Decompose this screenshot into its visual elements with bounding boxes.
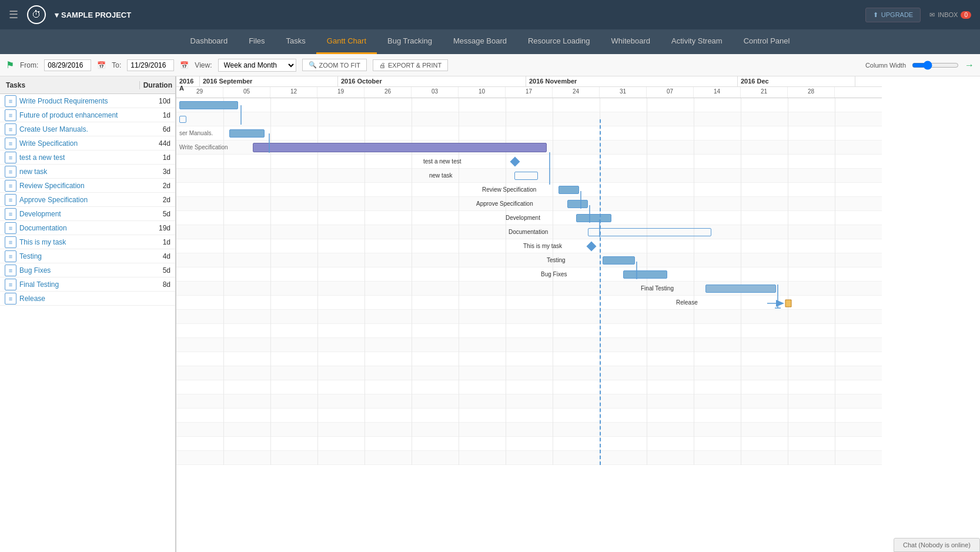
nav-dashboard[interactable]: Dashboard: [180, 29, 239, 54]
nav-gantt-chart[interactable]: Gantt Chart: [316, 29, 377, 54]
gantt-row-10: This is my task: [176, 239, 882, 253]
vline-14: [835, 98, 835, 465]
month-november: 2016 November: [526, 76, 738, 86]
task-row-4[interactable]: ≡ test a new test 1d: [0, 150, 175, 165]
bar-future-product[interactable]: [179, 116, 186, 123]
bar-final-testing[interactable]: [705, 285, 776, 293]
project-name[interactable]: ▾ SAMPLE PROJECT: [55, 11, 131, 19]
week-17: 17: [506, 87, 553, 98]
vline-6: [459, 98, 459, 465]
task-row-9[interactable]: ≡ Documentation 19d: [0, 221, 175, 235]
task-icon-8: ≡: [5, 208, 16, 220]
task-name-1: Future of product enhancement: [16, 111, 143, 119]
week-26: 26: [364, 87, 412, 98]
timeline-header: 2016 A 2016 September 2016 October 2016 …: [176, 76, 882, 98]
week-24: 24: [553, 87, 600, 98]
gantt-row-13: Final Testing: [176, 282, 882, 296]
task-row-14[interactable]: ≡ Release: [0, 292, 175, 306]
zoom-to-fit-button[interactable]: 🔍 ZOOM TO FIT: [302, 59, 367, 71]
bar-write-product-req[interactable]: [179, 101, 238, 109]
gantt-row-2: ser Manuals.: [176, 126, 882, 140]
nav-resource-loading[interactable]: Resource Loading: [517, 29, 601, 54]
hamburger-menu[interactable]: ☰: [9, 8, 18, 21]
month-december: 2016 Dec: [738, 76, 855, 86]
nav-tasks[interactable]: Tasks: [276, 29, 316, 54]
bar-testing[interactable]: [603, 256, 635, 265]
from-label: From:: [20, 61, 38, 69]
svg-marker-10: [785, 300, 791, 307]
task-row-7[interactable]: ≡ Approve Specification 2d: [0, 193, 175, 207]
task-panel: Tasks Duration ≡ Write Product Requireme…: [0, 76, 176, 552]
gantt-row-4: test a new test: [176, 155, 882, 169]
task-duration-3: 44d: [143, 139, 175, 148]
gantt-row-1: [176, 112, 882, 126]
gantt-toolbar: ⚑ From: 📅 To: 📅 View: Week and Month Day…: [0, 54, 980, 76]
arrow-right-icon: →: [965, 60, 974, 71]
gantt-chart-area[interactable]: 2016 A 2016 September 2016 October 2016 …: [176, 76, 980, 552]
task-name-8: Development: [16, 210, 143, 218]
view-select[interactable]: Week and Month Day and Week Month and Qu…: [218, 59, 296, 72]
task-row-0[interactable]: ≡ Write Product Requirements 10d: [0, 94, 175, 108]
task-name-3: Write Specification: [16, 139, 143, 148]
months-row: 2016 A 2016 September 2016 October 2016 …: [176, 76, 882, 87]
gantt-row-14: Release: [176, 296, 882, 310]
col-width-slider[interactable]: [912, 61, 959, 70]
inbox-button[interactable]: ✉ INBOX 0: [929, 11, 971, 19]
from-date-input[interactable]: [44, 59, 91, 71]
nav-control-panel[interactable]: Control Panel: [733, 29, 801, 54]
to-date-input[interactable]: [127, 59, 174, 71]
task-row-12[interactable]: ≡ Bug Fixes 5d: [0, 263, 175, 277]
gantt-row-25: [176, 451, 882, 465]
task-duration-9: 19d: [143, 224, 175, 232]
task-icon-3: ≡: [5, 138, 16, 149]
connector-11: [634, 262, 657, 282]
nav-activity-stream[interactable]: Activity Stream: [661, 29, 733, 54]
task-row-11[interactable]: ≡ Testing 4d: [0, 249, 175, 263]
task-row-5[interactable]: ≡ new task 3d: [0, 165, 175, 179]
print-icon: 🖨: [379, 62, 386, 69]
gantt-rows-area: ser Manuals. Write Specification: [176, 98, 882, 465]
gantt-row-6: Review Specification: [176, 183, 882, 197]
task-row-8[interactable]: ≡ Development 5d: [0, 207, 175, 221]
gantt-row-12: Bug Fixes: [176, 267, 882, 282]
nav-whiteboard[interactable]: Whiteboard: [601, 29, 661, 54]
export-print-button[interactable]: 🖨 EXPORT & PRINT: [373, 59, 448, 71]
gantt-row-9: Documentation: [176, 225, 882, 239]
nav-message-board[interactable]: Message Board: [443, 29, 517, 54]
task-row-13[interactable]: ≡ Final Testing 8d: [0, 277, 175, 292]
milestone-test-new-test: [510, 157, 520, 167]
chat-bar[interactable]: Chat (Nobody is online): [894, 538, 980, 552]
task-duration-13: 8d: [143, 280, 175, 289]
task-name-7: Approve Specification: [16, 196, 143, 204]
task-name-2: Create User Manuals.: [16, 125, 143, 133]
gantt-inner: 2016 A 2016 September 2016 October 2016 …: [176, 76, 882, 465]
task-icon-11: ≡: [5, 250, 16, 262]
task-row-1[interactable]: ≡ Future of product enhancement 1d: [0, 108, 175, 122]
connector-3: [547, 140, 564, 188]
task-row-6[interactable]: ≡ Review Specification 2d: [0, 179, 175, 193]
col-width-label: Column Width: [865, 62, 906, 69]
task-duration-11: 4d: [143, 252, 175, 260]
task-name-14: Release: [16, 295, 143, 303]
vline-7: [506, 98, 506, 465]
nav-files[interactable]: Files: [238, 29, 275, 54]
task-row-2[interactable]: ≡ Create User Manuals. 6d: [0, 122, 175, 136]
task-row-3[interactable]: ≡ Write Specification 44d: [0, 136, 175, 150]
task-name-6: Review Specification: [16, 182, 143, 190]
nav-bug-tracking[interactable]: Bug Tracking: [377, 29, 443, 54]
vline-5: [412, 98, 412, 465]
top-bar: ☰ ⏱ ▾ SAMPLE PROJECT ⬆ UPGRADE ✉ INBOX 0: [0, 0, 980, 29]
upgrade-button[interactable]: ⬆ UPGRADE: [865, 8, 921, 22]
bar-create-user-manuals[interactable]: [229, 129, 265, 138]
gantt-row-7: Approve Specification: [176, 197, 882, 211]
gantt-row-21: [176, 394, 882, 409]
gantt-row-17: [176, 338, 882, 352]
task-icon-10: ≡: [5, 236, 16, 248]
bar-write-specification[interactable]: [253, 143, 547, 152]
to-calendar-icon[interactable]: 📅: [180, 61, 189, 69]
task-row-10[interactable]: ≡ This is my task 1d: [0, 235, 175, 249]
bar-new-task[interactable]: [514, 172, 538, 180]
from-calendar-icon[interactable]: 📅: [97, 61, 106, 69]
task-name-12: Bug Fixes: [16, 266, 143, 275]
inbox-icon: ✉: [929, 11, 935, 19]
